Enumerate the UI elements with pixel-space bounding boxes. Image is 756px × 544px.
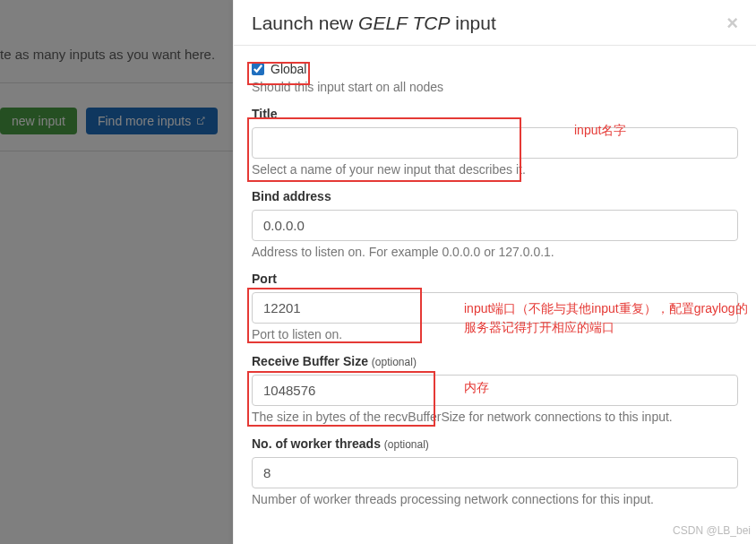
title-label: Title: [252, 107, 738, 121]
global-help: Should this input start on all nodes: [252, 80, 738, 94]
recv-buffer-input[interactable]: [252, 375, 738, 406]
worker-threads-input[interactable]: [252, 457, 738, 488]
bind-address-input[interactable]: [252, 210, 738, 241]
bind-address-help: Address to listen on. For example 0.0.0.…: [252, 245, 738, 259]
external-link-icon: [195, 116, 206, 126]
global-checkbox[interactable]: [252, 63, 264, 75]
watermark: CSDN @LB_bei: [673, 524, 751, 537]
modal-title: Launch new GELF TCP input: [252, 13, 496, 34]
title-input[interactable]: [252, 127, 738, 159]
title-help: Select a name of your new input that des…: [252, 162, 738, 177]
bind-address-label: Bind address: [252, 189, 738, 203]
recv-buffer-label: Receive Buffer Size (optional): [252, 354, 738, 368]
worker-threads-label: No. of worker threads (optional): [252, 436, 738, 451]
port-help: Port to listen on.: [252, 327, 738, 341]
divider: [0, 82, 233, 83]
page-intro-text: te as many inputs as you want here.: [0, 47, 215, 62]
find-more-inputs-label: Find more inputs: [98, 114, 191, 128]
global-label: Global: [271, 62, 306, 76]
port-label: Port: [252, 272, 738, 286]
recv-buffer-help: The size in bytes of the recvBufferSize …: [252, 410, 738, 424]
port-input[interactable]: [252, 292, 738, 324]
close-icon[interactable]: ×: [726, 13, 738, 33]
launch-input-modal: Launch new GELF TCP input × Global Shoul…: [233, 0, 756, 544]
worker-threads-help: Number of worker threads processing netw…: [252, 492, 738, 506]
find-more-inputs-button[interactable]: Find more inputs: [86, 108, 218, 134]
divider: [0, 151, 233, 151]
launch-new-input-button[interactable]: new input: [0, 108, 77, 134]
